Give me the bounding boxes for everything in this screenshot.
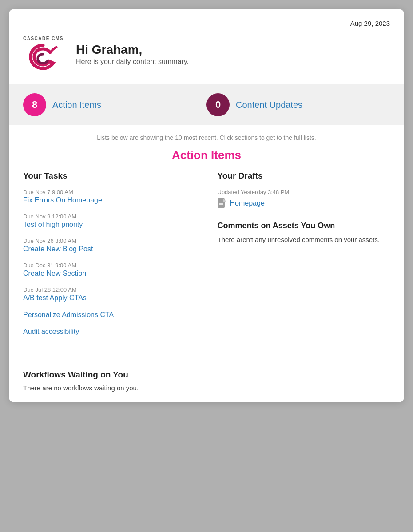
greeting-heading: Hi Graham,: [76, 43, 189, 57]
task-item: Due Jul 28 12:00 AM A/B test Apply CTAs: [23, 286, 196, 302]
info-text: Lists below are showing the 10 most rece…: [9, 125, 404, 145]
content-updates-badge: 0: [206, 93, 230, 116]
draft-link[interactable]: Homepage: [218, 198, 390, 209]
task-item: Due Nov 7 9:00 AM Fix Errors On Homepage: [23, 189, 196, 204]
logo-area: CASCADE CMS: [23, 36, 64, 72]
task-item: Due Nov 9 12:00 AM Test of high priority: [23, 213, 196, 229]
task-due: Due Nov 7 9:00 AM: [23, 189, 196, 195]
task-link[interactable]: A/B test Apply CTAs: [23, 294, 87, 302]
action-items-title: Action Items: [9, 145, 404, 171]
comments-text: There aren't any unresolved comments on …: [218, 235, 390, 245]
content-updates-summary[interactable]: 0 Content Updates: [206, 93, 390, 116]
action-items-count: 8: [32, 99, 37, 111]
workflows-header: Workflows Waiting on You: [23, 370, 390, 380]
draft-name: Homepage: [230, 199, 265, 207]
tasks-column: Your Tasks Due Nov 7 9:00 AM Fix Errors …: [23, 171, 210, 345]
greeting-subtext: Here is your daily content summary.: [76, 58, 189, 66]
email-card: Aug 29, 2023 CASCADE CMS Hi Graham, Here…: [9, 9, 404, 402]
header-section: CASCADE CMS Hi Graham, Here is your dail…: [9, 31, 404, 84]
logo-text: CASCADE CMS: [23, 36, 64, 41]
task-link[interactable]: Audit accessibility: [23, 328, 79, 335]
content-updates-label: Content Updates: [236, 100, 302, 110]
task-item: Audit accessibility: [23, 328, 196, 336]
task-item: Due Nov 26 8:00 AM Create New Blog Post: [23, 238, 196, 253]
date-display: Aug 29, 2023: [9, 9, 404, 31]
content-updates-count: 0: [215, 99, 221, 111]
task-due: Due Dec 31 9:00 AM: [23, 262, 196, 269]
task-item: Personalize Admissions CTA: [23, 311, 196, 319]
task-link[interactable]: Test of high priority: [23, 221, 83, 228]
task-link[interactable]: Personalize Admissions CTA: [23, 311, 114, 318]
action-items-label: Action Items: [52, 100, 101, 110]
drafts-column: Your Drafts Updated Yesterday 3:48 PM Ho…: [210, 171, 390, 345]
action-items-summary[interactable]: 8 Action Items: [23, 93, 206, 116]
task-due: Due Nov 9 12:00 AM: [23, 213, 196, 220]
workflows-text: There are no workflows waiting on you.: [23, 384, 390, 392]
tasks-header: Your Tasks: [23, 171, 196, 181]
greeting-section: Hi Graham, Here is your daily content su…: [72, 43, 189, 66]
task-link[interactable]: Fix Errors On Homepage: [23, 196, 102, 204]
date-text: Aug 29, 2023: [350, 20, 390, 27]
action-items-badge: 8: [23, 93, 46, 116]
document-icon: [218, 198, 226, 209]
drafts-header: Your Drafts: [218, 171, 390, 181]
two-column-layout: Your Tasks Due Nov 7 9:00 AM Fix Errors …: [9, 171, 404, 345]
comments-header: Comments on Assets You Own: [218, 221, 390, 230]
task-item: Due Dec 31 9:00 AM Create New Section: [23, 262, 196, 278]
draft-updated: Updated Yesterday 3:48 PM: [218, 189, 390, 195]
task-link[interactable]: Create New Section: [23, 270, 86, 277]
cascade-logo-icon: [27, 42, 59, 72]
task-due: Due Nov 26 8:00 AM: [23, 238, 196, 244]
summary-bar: 8 Action Items 0 Content Updates: [9, 84, 404, 125]
svg-marker-1: [223, 198, 226, 202]
task-link[interactable]: Create New Blog Post: [23, 245, 93, 253]
task-due: Due Jul 28 12:00 AM: [23, 286, 196, 293]
workflows-section: Workflows Waiting on You There are no wo…: [9, 357, 404, 402]
